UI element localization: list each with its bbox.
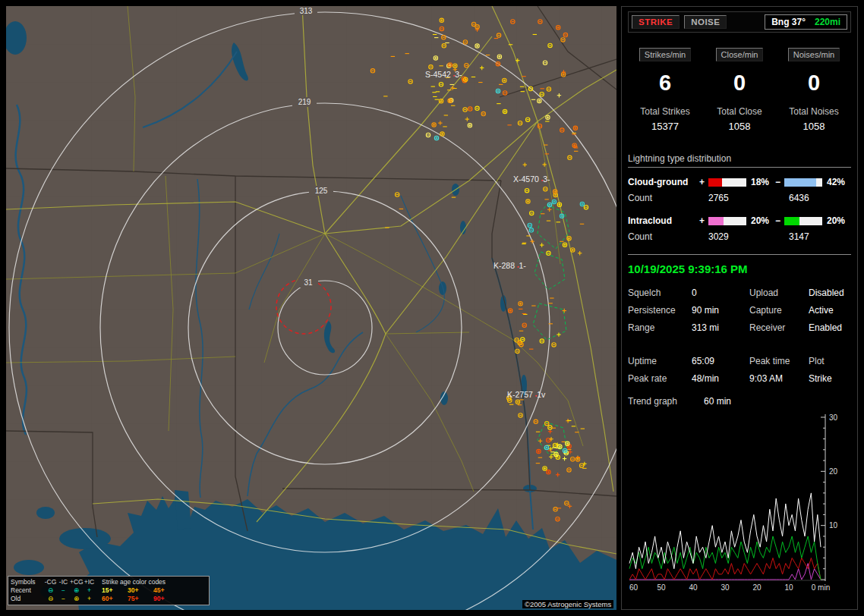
peak-rate-label: Peak rate bbox=[628, 373, 692, 384]
strike-filter-button[interactable]: STRIKE bbox=[632, 15, 680, 29]
count-label: Count bbox=[628, 193, 708, 203]
svg-text:30: 30 bbox=[829, 413, 838, 422]
legend-col-pos-ic: +IC bbox=[83, 578, 96, 586]
svg-text:10: 10 bbox=[784, 583, 793, 592]
rate-stats: Strikes/min 6 Total Strikes 15377 Close/… bbox=[628, 48, 851, 132]
svg-text:20: 20 bbox=[752, 583, 762, 592]
trend-header: Trend graph 60 min bbox=[628, 396, 851, 407]
ic-minus-pct: 20% bbox=[827, 215, 851, 226]
total-noises-label: Total Noises bbox=[777, 106, 851, 117]
minus-sign: − bbox=[775, 215, 784, 226]
trend-graph-label: Trend graph bbox=[628, 396, 704, 407]
lightning-map[interactable]: 313 219 125 31 S-4542 ▪3-X-4570 ▪3-K-288… bbox=[6, 6, 616, 610]
age-60: 60+ bbox=[102, 595, 121, 603]
peak-rate-value: 48/min bbox=[692, 373, 749, 384]
noises-per-min-header[interactable]: Noises/min bbox=[788, 48, 840, 61]
peak-time-value: 9:03 AM bbox=[749, 373, 809, 384]
ic-plus-bar bbox=[708, 217, 746, 225]
current-datetime: 10/19/2025 9:39:16 PM bbox=[628, 262, 851, 275]
receiver-status: Enabled bbox=[809, 322, 851, 333]
noise-filter-button[interactable]: NOISE bbox=[684, 15, 727, 29]
minus-sign: − bbox=[775, 177, 784, 187]
cloud-ground-row: Cloud-ground + 18% − 42% bbox=[628, 177, 851, 187]
trend-window-value: 60 min bbox=[704, 396, 731, 407]
total-noises-value: 1058 bbox=[777, 121, 851, 132]
age-90: 90+ bbox=[153, 595, 173, 603]
copyright: ©2005 Astrogenic Systems bbox=[522, 600, 613, 608]
total-strikes-value: 15377 bbox=[628, 121, 702, 132]
neg-ic-recent-icon: − bbox=[57, 586, 70, 595]
divider bbox=[628, 254, 851, 255]
legend-col-neg-ic: -IC bbox=[57, 578, 70, 586]
strikes-per-min-value: 6 bbox=[628, 71, 702, 96]
ic-plus-pct: 20% bbox=[751, 215, 775, 226]
age-45: 45+ bbox=[153, 586, 173, 595]
pos-ic-old-icon: + bbox=[83, 595, 96, 603]
svg-text:X-4570 ▪3-: X-4570 ▪3- bbox=[513, 174, 550, 184]
intracloud-counts: Count 3029 3147 bbox=[628, 231, 851, 242]
noises-per-min: Noises/min 0 Total Noises 1058 bbox=[777, 48, 851, 132]
strikes-per-min-header[interactable]: Strikes/min bbox=[639, 48, 691, 61]
legend-col-pos-cg: +CG bbox=[70, 578, 83, 586]
app-window: 313 219 125 31 S-4542 ▪3-X-4570 ▪3-K-288… bbox=[0, 0, 864, 616]
svg-text:K-2757 ▪1v: K-2757 ▪1v bbox=[507, 390, 546, 399]
distribution-title: Lightning type distribution bbox=[628, 153, 851, 168]
svg-text:60: 60 bbox=[629, 583, 639, 592]
cg-plus-bar bbox=[708, 178, 746, 187]
capture-status: Active bbox=[809, 305, 851, 316]
persistence-label: Persistence bbox=[628, 305, 692, 316]
svg-text:S-4542 ▪3-: S-4542 ▪3- bbox=[425, 70, 462, 79]
range-setting-value: 313 mi bbox=[692, 322, 749, 333]
peak-time-label: Peak time bbox=[749, 356, 809, 366]
legend-col-neg-cg: -CG bbox=[44, 578, 57, 586]
pos-cg-old-icon: ⊕ bbox=[70, 595, 83, 603]
cg-plus-pct: 18% bbox=[751, 177, 775, 187]
map-legend: Symbols -CG -IC +CG +IC Strike age color… bbox=[8, 576, 210, 605]
age-75: 75+ bbox=[128, 595, 147, 603]
neg-cg-old-icon: ⊖ bbox=[44, 595, 57, 603]
cg-minus-pct: 42% bbox=[827, 177, 851, 187]
trend-graph: 1020306050403020100 min bbox=[628, 411, 851, 602]
age-15: 15+ bbox=[102, 586, 121, 595]
range-value: 220mi bbox=[815, 17, 840, 27]
bearing-value: Bng 37° bbox=[771, 17, 806, 27]
legend-row-old: Old bbox=[11, 595, 44, 603]
receiver-label: Receiver bbox=[749, 322, 809, 333]
svg-text:40: 40 bbox=[689, 583, 698, 592]
count-label: Count bbox=[628, 231, 708, 242]
close-per-min: Close/min 0 Total Close 1058 bbox=[702, 48, 777, 132]
legend-symbols-title: Symbols bbox=[11, 578, 44, 586]
persistence-value: 90 min bbox=[692, 305, 749, 316]
uptime-value: 65:09 bbox=[692, 356, 749, 366]
noises-per-min-value: 0 bbox=[777, 71, 851, 96]
svg-text:10: 10 bbox=[829, 521, 838, 530]
cloud-ground-label: Cloud-ground bbox=[628, 177, 699, 187]
close-per-min-header[interactable]: Close/min bbox=[716, 48, 764, 61]
pos-ic-recent-icon: + bbox=[83, 586, 96, 595]
map-canvas: 313 219 125 31 S-4542 ▪3-X-4570 ▪3-K-288… bbox=[6, 6, 616, 610]
neg-cg-recent-icon: ⊖ bbox=[44, 586, 57, 595]
ring-label-313: 313 bbox=[300, 7, 313, 15]
ic-plus-count: 3029 bbox=[708, 231, 789, 242]
cloud-ground-counts: Count 2765 6436 bbox=[628, 193, 851, 203]
plot-mode-value: Strike bbox=[809, 373, 851, 384]
neg-ic-old-icon: − bbox=[57, 595, 70, 603]
total-strikes-label: Total Strikes bbox=[628, 106, 702, 117]
squelch-value: 0 bbox=[692, 288, 749, 298]
ic-minus-count: 3147 bbox=[789, 231, 809, 242]
status-grid: Squelch 0 Upload Disabled Persistence 90… bbox=[628, 288, 851, 333]
strikes-per-min: Strikes/min 6 Total Strikes 15377 bbox=[628, 48, 702, 132]
legend-row-recent: Recent bbox=[11, 586, 44, 595]
svg-text:20: 20 bbox=[829, 467, 838, 476]
bearing-range-readout: Bng 37° 220mi bbox=[765, 14, 847, 30]
ring-label-125: 125 bbox=[315, 187, 328, 195]
uptime-label: Uptime bbox=[628, 356, 692, 366]
upload-label: Upload bbox=[749, 288, 809, 298]
control-panel: STRIKE NOISE Bng 37° 220mi Strikes/min 6… bbox=[621, 6, 858, 610]
ring-label-31: 31 bbox=[304, 278, 313, 287]
intracloud-row: Intracloud + 20% − 20% bbox=[628, 215, 851, 226]
intracloud-label: Intracloud bbox=[628, 215, 699, 226]
svg-text:30: 30 bbox=[721, 583, 730, 592]
ring-label-219: 219 bbox=[298, 98, 311, 106]
ic-minus-bar bbox=[784, 217, 822, 225]
